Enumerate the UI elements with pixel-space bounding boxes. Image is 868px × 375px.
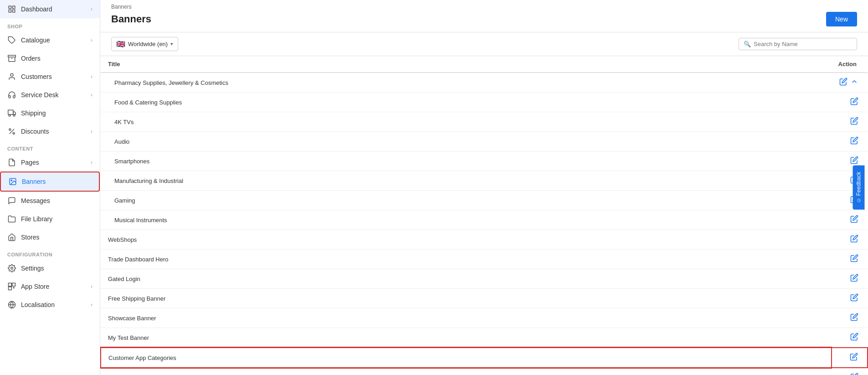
sidebar-item-catalogue[interactable]: Catalogue › [0, 31, 100, 49]
svg-point-16 [11, 180, 12, 181]
table-row: Food & Catering Supplies [101, 93, 868, 112]
edit-icon[interactable] [850, 158, 858, 166]
image-icon [8, 177, 17, 186]
sidebar-item-pages[interactable]: Pages › [0, 153, 100, 172]
cell-action [831, 132, 868, 151]
sidebar-item-file-library-label: File Library [21, 215, 52, 223]
chevron-right-icon: › [91, 37, 92, 43]
feedback-tab[interactable]: ☺ Feedback [853, 166, 865, 210]
sidebar-item-shipping[interactable]: Shipping [0, 104, 100, 122]
cell-title: WebShops [101, 230, 831, 250]
chevron-right-icon: › [91, 128, 92, 135]
flag-icon: 🇬🇧 [116, 40, 125, 48]
cell-action [831, 210, 868, 230]
sidebar-item-app-store[interactable]: App Store › [0, 277, 100, 296]
page-header: Banners Banners New [100, 0, 868, 32]
svg-rect-8 [8, 110, 13, 115]
table-row: My Test Banner [101, 328, 868, 348]
chevron-right-icon: › [91, 92, 92, 98]
cell-title: Gated Login [101, 269, 831, 289]
svg-rect-0 [9, 6, 11, 8]
edit-icon[interactable] [850, 276, 858, 283]
edit-icon[interactable] [850, 334, 858, 342]
edit-icon[interactable] [850, 217, 858, 224]
cell-action [831, 112, 868, 132]
sidebar-item-dashboard-label: Dashboard [21, 5, 52, 13]
table-row: Audio [101, 132, 868, 151]
sidebar-item-service-desk-label: Service Desk [21, 91, 58, 99]
table-row: Gaming [101, 191, 868, 210]
sidebar-item-service-desk[interactable]: Service Desk › [0, 86, 100, 104]
sidebar-item-stores[interactable]: Stores [0, 228, 100, 246]
percent-icon [7, 127, 16, 136]
edit-icon[interactable] [850, 256, 858, 264]
chevron-right-icon: › [91, 73, 92, 80]
cell-action [831, 73, 868, 93]
sidebar-item-settings[interactable]: Settings [0, 259, 100, 277]
edit-icon[interactable] [850, 315, 858, 323]
edit-icon[interactable] [850, 99, 858, 107]
svg-marker-9 [13, 112, 15, 115]
cell-action [831, 289, 868, 308]
svg-rect-18 [9, 283, 12, 286]
search-input[interactable] [754, 41, 852, 47]
cell-action [831, 93, 868, 112]
cell-title: Free Shipping Banner [101, 289, 831, 308]
page-title: Banners [111, 13, 151, 25]
sidebar-item-localisation-label: Localisation [21, 301, 55, 308]
svg-point-14 [13, 132, 15, 134]
new-button[interactable]: New [826, 12, 857, 26]
grid-icon [7, 5, 16, 14]
col-title: Title [101, 56, 831, 73]
svg-point-17 [11, 267, 13, 270]
sidebar-item-discounts[interactable]: Discounts › [0, 122, 100, 141]
svg-line-12 [10, 129, 15, 134]
store-icon [7, 233, 16, 242]
sidebar-item-catalogue-label: Catalogue [21, 36, 50, 44]
sidebar-section-configuration: CONFIGURATION [0, 246, 100, 259]
sidebar-item-messages[interactable]: Messages [0, 192, 100, 210]
svg-point-13 [9, 129, 11, 130]
chat-icon [7, 196, 16, 205]
gear-icon [7, 264, 16, 273]
edit-icon[interactable] [850, 295, 858, 303]
sidebar-item-shipping-label: Shipping [21, 109, 46, 117]
person-icon [7, 72, 16, 81]
cell-title: Audio [101, 132, 831, 151]
globe-icon [7, 300, 16, 309]
table-row: Showcase Banner [101, 308, 868, 328]
table-row: 4K TVs [101, 112, 868, 132]
sidebar-section-content: CONTENT [0, 141, 100, 153]
table-row: Free Shipping Banner [101, 289, 868, 308]
sidebar-item-file-library[interactable]: File Library [0, 210, 100, 228]
table-row: Musical Instruments [101, 210, 868, 230]
svg-point-10 [9, 115, 10, 116]
sidebar-item-app-store-label: App Store [21, 283, 49, 290]
sidebar-item-customers-label: Customers [21, 73, 52, 80]
sidebar-item-localisation[interactable]: Localisation › [0, 296, 100, 314]
locale-selector[interactable]: 🇬🇧 Worldwide (en) ▾ [111, 37, 178, 51]
sidebar-item-orders[interactable]: Orders [0, 49, 100, 68]
truck-icon [7, 109, 16, 118]
cell-title: Musical Instruments [101, 210, 831, 230]
chevron-down-icon: ▾ [170, 41, 173, 47]
svg-rect-5 [8, 55, 16, 57]
sidebar-item-banners[interactable]: Banners [0, 172, 100, 192]
svg-point-11 [13, 115, 15, 116]
cell-title: 4K TVs [101, 112, 831, 132]
svg-rect-3 [13, 10, 15, 12]
edit-icon[interactable] [850, 354, 858, 362]
table-row: Customer App Categories [101, 348, 868, 368]
up-icon[interactable] [850, 79, 858, 87]
sidebar-item-messages-label: Messages [21, 197, 50, 204]
sidebar-item-orders-label: Orders [21, 55, 41, 62]
edit-icon[interactable] [850, 119, 858, 126]
edit-icon[interactable] [839, 79, 847, 87]
sidebar-item-customers[interactable]: Customers › [0, 68, 100, 86]
sidebar-item-dashboard[interactable]: Dashboard › [0, 0, 100, 18]
tag-icon [7, 36, 16, 45]
edit-icon[interactable] [850, 138, 858, 146]
banners-table: Title Action Pharmacy Supplies, Jeweller… [100, 56, 868, 375]
edit-icon[interactable] [850, 236, 858, 244]
cell-action [831, 269, 868, 289]
